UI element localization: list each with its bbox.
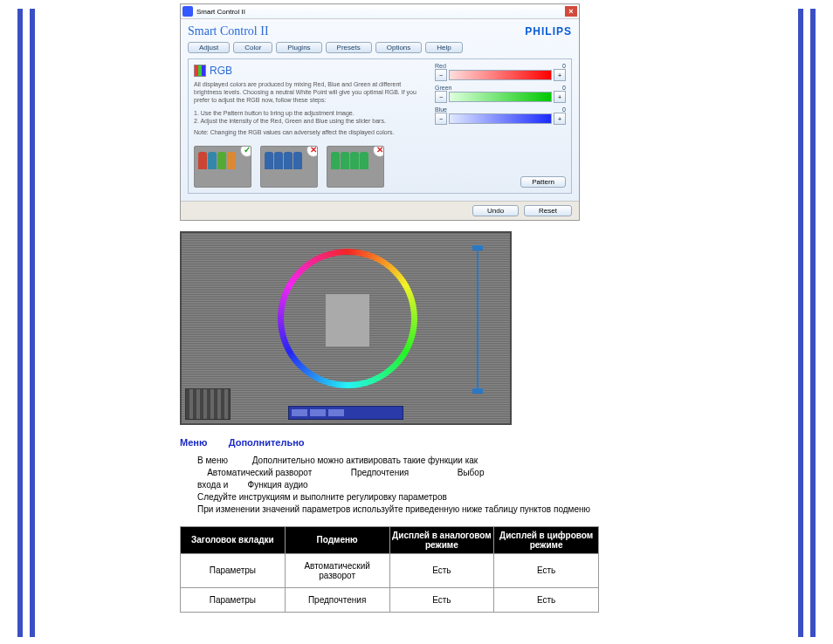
text: Автоматический разворот bbox=[207, 468, 312, 477]
td: Есть bbox=[389, 553, 494, 587]
slider-label: Blue bbox=[435, 106, 447, 113]
slider-dec[interactable]: − bbox=[435, 91, 447, 103]
tab-presets[interactable]: Presets bbox=[326, 42, 372, 53]
panel-desc: All displayed colors are produced by mix… bbox=[194, 80, 421, 104]
title-bar: Smart Control II × bbox=[181, 4, 579, 19]
text: Предпочтения bbox=[351, 468, 409, 477]
td: Автоматический разворот bbox=[285, 553, 389, 587]
preview-thumb-bad: ✕ bbox=[260, 146, 318, 188]
decor-bar bbox=[798, 9, 803, 637]
menu-sub: Дополнительно bbox=[229, 437, 305, 448]
x-icon: ✕ bbox=[373, 146, 384, 157]
text: Выбор bbox=[458, 468, 485, 477]
th: Дисплей в аналоговом режиме bbox=[389, 526, 494, 553]
table-row: Параметры Предпочтения Есть Есть bbox=[181, 587, 599, 612]
slider-inc[interactable]: + bbox=[554, 91, 566, 103]
slider-inc[interactable]: + bbox=[554, 69, 566, 81]
tab-options[interactable]: Options bbox=[375, 42, 423, 53]
submenu-table: Заголовок вкладки Подменю Дисплей в анал… bbox=[180, 526, 599, 613]
slider-track[interactable] bbox=[449, 70, 552, 80]
slider-dec[interactable]: − bbox=[435, 69, 447, 81]
td: Параметры bbox=[181, 587, 286, 612]
step-text: 1. Use the Pattern button to bring up th… bbox=[194, 109, 421, 117]
slider-value: 0 bbox=[562, 85, 566, 91]
body-text: В меню Дополнительно можно активировать … bbox=[180, 455, 616, 516]
slider-value: 0 bbox=[562, 63, 566, 69]
x-icon: ✕ bbox=[306, 146, 318, 157]
table-row: Параметры Автоматический разворот Есть Е… bbox=[181, 553, 599, 587]
slider-track[interactable] bbox=[449, 92, 552, 102]
slider-inc[interactable]: + bbox=[554, 113, 566, 125]
test-pattern-image bbox=[180, 231, 512, 425]
tab-help[interactable]: Help bbox=[425, 42, 462, 53]
td: Параметры bbox=[181, 553, 286, 587]
tab-bar: Adjust Color Plugins Presets Options Hel… bbox=[188, 42, 572, 53]
th: Заголовок вкладки bbox=[181, 526, 286, 553]
text: В меню bbox=[197, 456, 228, 465]
smart-control-dialog: Smart Control II × Smart Control II PHIL… bbox=[180, 3, 580, 221]
td: Есть bbox=[389, 587, 494, 612]
td: Предпочтения bbox=[285, 587, 389, 612]
text: Следуйте инструкциям и выполните регулир… bbox=[197, 492, 447, 502]
rgb-icon bbox=[194, 65, 206, 77]
rgb-sliders: Red0 −+ Green0 −+ Blue0 −+ bbox=[435, 63, 566, 128]
decor-bar bbox=[30, 9, 35, 637]
text: При изменении значений параметров исполь… bbox=[197, 504, 590, 514]
slider-value: 0 bbox=[562, 106, 566, 113]
td: Есть bbox=[494, 553, 599, 587]
slider-label: Red bbox=[435, 63, 446, 69]
reset-button[interactable]: Reset bbox=[524, 205, 572, 216]
panel-title: RGB bbox=[210, 65, 232, 77]
slider-track[interactable] bbox=[449, 113, 552, 124]
slider-red: Red0 −+ bbox=[435, 63, 566, 81]
rgb-panel: RGB All displayed colors are produced by… bbox=[188, 58, 572, 194]
step-text: 2. Adjust the intensity of the Red, Gree… bbox=[194, 117, 421, 125]
pattern-button[interactable]: Pattern bbox=[520, 176, 566, 188]
text: Дополнительно можно активировать такие ф… bbox=[252, 456, 478, 465]
gray-square bbox=[326, 294, 369, 346]
tab-plugins[interactable]: Plugins bbox=[276, 42, 321, 53]
slider-blue: Blue0 −+ bbox=[435, 106, 566, 125]
th: Дисплей в цифровом режиме bbox=[494, 526, 599, 553]
app-icon bbox=[182, 6, 193, 17]
td: Есть bbox=[494, 587, 599, 612]
app-title: Smart Control II bbox=[188, 24, 269, 38]
brand-logo: PHILIPS bbox=[525, 25, 572, 38]
window-title: Smart Control II bbox=[196, 8, 245, 16]
mini-taskbar bbox=[288, 406, 403, 420]
preview-thumb-good: ✓ bbox=[194, 146, 251, 188]
tab-color[interactable]: Color bbox=[233, 42, 272, 53]
text: Функция аудио bbox=[248, 480, 308, 490]
slider-dec[interactable]: − bbox=[435, 113, 447, 125]
undo-button[interactable]: Undo bbox=[472, 205, 519, 216]
preview-thumb-bad: ✕ bbox=[327, 146, 384, 188]
decor-bar bbox=[17, 9, 23, 637]
tab-adjust[interactable]: Adjust bbox=[188, 42, 230, 53]
vertical-slider bbox=[477, 245, 478, 394]
close-icon[interactable]: × bbox=[565, 6, 577, 17]
th: Подменю bbox=[285, 526, 389, 553]
menu-label: Меню bbox=[180, 437, 207, 448]
slider-green: Green0 −+ bbox=[435, 85, 566, 103]
decor-bar bbox=[810, 9, 816, 637]
text: входа и bbox=[197, 480, 228, 490]
note-text: Note: Changing the RGB values can advers… bbox=[194, 128, 421, 136]
check-icon: ✓ bbox=[240, 146, 251, 157]
slider-label: Green bbox=[435, 85, 451, 91]
